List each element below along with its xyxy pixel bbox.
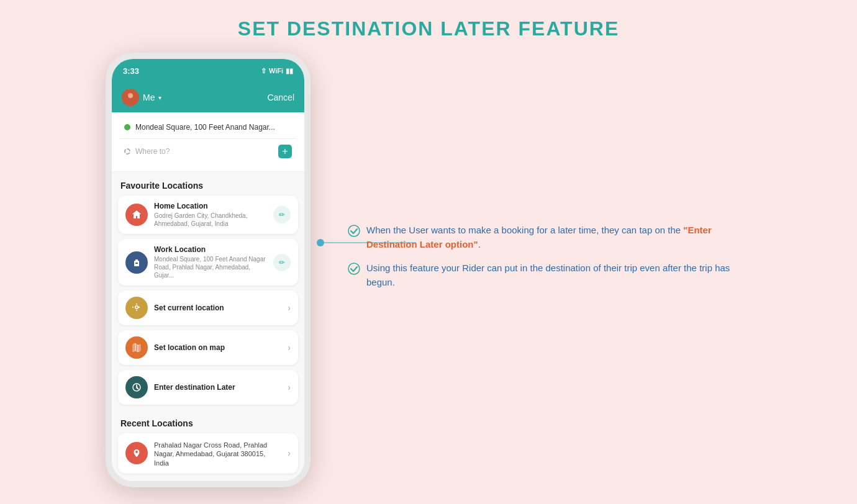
phone-frame: 3:33 ⇧ WiFi ▮▮ Me ▾ Cancel: [106, 53, 311, 487]
map-location-chevron: ›: [288, 343, 291, 353]
later-location-chevron: ›: [288, 382, 291, 392]
recent-location-icon: [125, 442, 148, 464]
connector-dot: [317, 239, 324, 246]
cancel-button[interactable]: Cancel: [267, 92, 294, 102]
destination-row[interactable]: Where to? +: [119, 140, 297, 163]
work-edit-button[interactable]: ✏: [273, 254, 291, 271]
bullet-list: When the User wants to make a booking fo…: [348, 223, 733, 289]
status-icons: ⇧ WiFi ▮▮: [261, 67, 293, 75]
status-bar: 3:33 ⇧ WiFi ▮▮: [112, 59, 304, 83]
recent-location-address: Prahalad Nagar Cross Road, Prahlad Nagar…: [154, 441, 281, 467]
phone-mockup: 3:33 ⇧ WiFi ▮▮ Me ▾ Cancel: [106, 53, 311, 487]
home-location-icon: [125, 204, 148, 226]
status-time: 3:33: [123, 66, 139, 76]
destination-placeholder: Where to?: [135, 147, 273, 156]
list-item[interactable]: Enter destination Later ›: [118, 370, 298, 405]
current-location-name: Set current location: [154, 304, 281, 312]
map-location-icon: [125, 336, 148, 359]
chevron-down-icon: ▾: [158, 94, 161, 101]
header-bar: Me ▾ Cancel: [112, 83, 304, 112]
info-panel: When the User wants to make a booking fo…: [348, 223, 733, 289]
header-user[interactable]: Me ▾: [122, 89, 161, 106]
avatar: [122, 89, 139, 106]
header-user-label: Me: [143, 92, 155, 102]
section-favourite: Favourite Locations: [112, 172, 304, 196]
phone-content: Favourite Locations Home Location Godrej…: [112, 172, 304, 487]
search-area: Mondeal Square, 100 Feet Anand Nagar... …: [112, 112, 304, 172]
svg-rect-4: [135, 263, 138, 264]
list-item[interactable]: Prahalad Nagar Cross Road, Prahlad Nagar…: [118, 433, 298, 474]
origin-text: Mondeal Square, 100 Feet Anand Nagar...: [135, 123, 292, 132]
recent-location-info: Prahalad Nagar Cross Road, Prahlad Nagar…: [154, 439, 281, 467]
current-location-info: Set current location: [154, 304, 281, 312]
current-location-icon: [125, 297, 148, 319]
list-item[interactable]: Work Location Mondeal Square, 100 Feet A…: [118, 239, 298, 286]
current-location-chevron: ›: [288, 303, 291, 313]
list-item[interactable]: Set location on map ›: [118, 330, 298, 365]
svg-point-6: [136, 307, 138, 308]
bullet-text-1: When the User wants to make a booking fo…: [366, 223, 733, 251]
map-location-info: Set location on map: [154, 343, 281, 352]
svg-point-0: [128, 93, 133, 98]
home-location-name: Home Location: [154, 202, 267, 210]
home-location-address: Godrej Garden City, Chandkheda,Ahmedabad…: [154, 212, 267, 228]
home-edit-button[interactable]: ✏: [273, 206, 291, 223]
svg-point-1: [126, 99, 135, 104]
section-recent: Recent Locations: [112, 410, 304, 433]
page-title: SET DESTINATION LATER FEATURE: [0, 0, 857, 40]
search-divider: [119, 138, 297, 139]
later-location-info: Enter destination Later: [154, 383, 281, 392]
later-location-icon: [125, 376, 148, 398]
destination-dot: [124, 148, 130, 155]
svg-point-11: [348, 263, 360, 274]
add-stop-button[interactable]: +: [278, 145, 292, 158]
origin-dot: [124, 124, 130, 130]
work-location-name: Work Location: [154, 245, 267, 254]
recent-location-chevron: ›: [288, 448, 291, 458]
checkmark-icon-2: [348, 263, 360, 275]
checkmark-icon-1: [348, 225, 360, 237]
origin-row[interactable]: Mondeal Square, 100 Feet Anand Nagar...: [119, 119, 297, 136]
later-location-name: Enter destination Later: [154, 383, 281, 392]
svg-rect-3: [135, 259, 138, 261]
work-location-info: Work Location Mondeal Square, 100 Feet A…: [154, 245, 267, 279]
work-location-address: Mondeal Square, 100 Feet Anand Nagar Roa…: [154, 255, 267, 279]
svg-point-10: [348, 225, 360, 236]
bullet-item-2: Using this feature your Rider can put in…: [348, 261, 733, 289]
bullet-item-1: When the User wants to make a booking fo…: [348, 223, 733, 251]
work-location-icon: [125, 251, 148, 274]
list-item[interactable]: Home Location Godrej Garden City, Chandk…: [118, 196, 298, 234]
map-location-name: Set location on map: [154, 343, 281, 352]
bullet-text-2: Using this feature your Rider can put in…: [366, 261, 733, 289]
list-item[interactable]: Set current location ›: [118, 290, 298, 325]
home-location-info: Home Location Godrej Garden City, Chandk…: [154, 202, 267, 228]
